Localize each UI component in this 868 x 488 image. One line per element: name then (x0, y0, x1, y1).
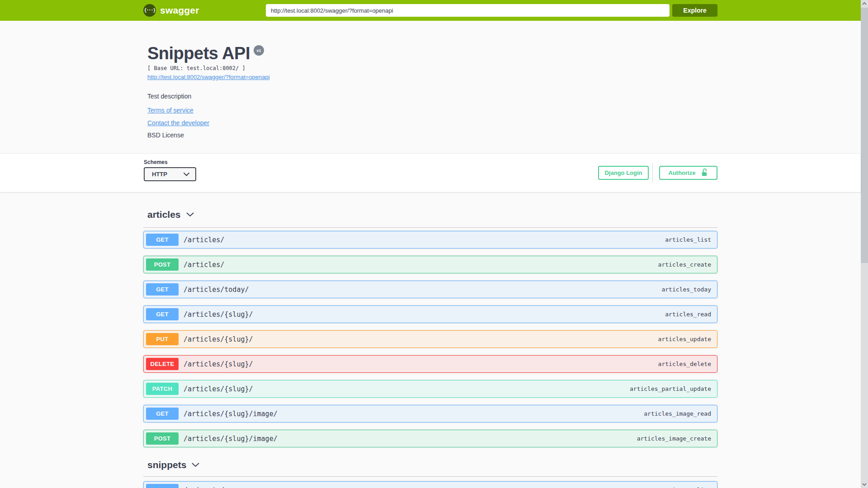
operation-row-articles-list[interactable]: GET /articles/ articles_list (143, 231, 717, 249)
method-badge: GET (146, 408, 179, 420)
operations-area: articles GET /articles/ articles_list PO… (143, 192, 717, 488)
scroll-up-icon[interactable] (861, 0, 868, 7)
chevron-down-icon (184, 173, 189, 176)
operation-path: /articles/ (184, 236, 224, 244)
operation-id: articles_create (658, 261, 711, 268)
scroll-down-icon[interactable] (861, 481, 868, 488)
operation-id: articles_update (658, 336, 711, 343)
chevron-down-icon (192, 463, 199, 467)
swagger-logo: {···} swagger (143, 4, 266, 17)
method-badge: GET (146, 308, 179, 320)
section-articles: articles GET /articles/ articles_list PO… (143, 192, 717, 447)
openapi-spec-link[interactable]: http://test.local:8002/swagger/?format=o… (147, 74, 270, 80)
method-badge: DELETE (146, 358, 179, 370)
operation-id: articles_delete (658, 361, 711, 367)
operation-path: /articles/{slug}/ (184, 385, 253, 393)
section-header-articles[interactable]: articles (143, 192, 717, 220)
info-section: Snippets API v1 [ Base URL: test.local:8… (0, 21, 861, 154)
method-badge: GET (146, 283, 179, 296)
operation-id: articles_list (665, 236, 711, 243)
operation-path: /articles/ (184, 261, 224, 269)
contact-developer-link[interactable]: Contact the developer (147, 119, 209, 127)
chevron-down-icon (186, 212, 194, 217)
section-title: articles (147, 209, 181, 220)
operation-row-articles-delete[interactable]: DELETE /articles/{slug}/ articles_delete (143, 355, 717, 373)
authorize-button[interactable]: Authorize (659, 166, 717, 180)
django-login-button[interactable]: Django Login (598, 166, 649, 180)
section-snippets: snippets GET /snippets/ snippets_list (143, 455, 717, 488)
lock-open-icon (701, 169, 708, 177)
operation-row-articles-partial-update[interactable]: PATCH /articles/{slug}/ articles_partial… (143, 380, 717, 398)
schemes-selected-value: HTTP (152, 171, 167, 178)
schemes-select[interactable]: HTTP (144, 167, 196, 181)
operation-path: /articles/today/ (184, 286, 249, 294)
operation-id: articles_image_read (644, 410, 711, 417)
swagger-logo-label: swagger (160, 5, 199, 16)
operation-path: /snippets/ (184, 486, 224, 488)
operation-row-articles-image-create[interactable]: POST /articles/{slug}/image/ articles_im… (143, 430, 717, 447)
operation-id: articles_read (665, 311, 711, 318)
method-badge: GET (146, 234, 179, 246)
operation-row-articles-today[interactable]: GET /articles/today/ articles_today (143, 281, 717, 298)
section-title: snippets (147, 460, 186, 470)
base-url-text: [ Base URL: test.local:8002/ ] (147, 65, 717, 71)
method-badge: POST (146, 258, 179, 271)
operation-row-articles-update[interactable]: PUT /articles/{slug}/ articles_update (143, 330, 717, 348)
method-badge: PUT (146, 333, 179, 345)
explore-button[interactable]: Explore (672, 4, 717, 17)
topbar: {···} swagger Explore (0, 0, 861, 21)
operation-path: /articles/{slug}/image/ (184, 435, 278, 443)
version-badge: v1 (254, 45, 264, 56)
operation-row-articles-read[interactable]: GET /articles/{slug}/ articles_read (143, 305, 717, 323)
operation-path: /articles/{slug}/ (184, 335, 253, 343)
scrollbar-thumb[interactable] (861, 8, 868, 263)
api-description: Test description (147, 93, 717, 100)
section-divider (143, 227, 717, 228)
swagger-ui-page: {···} swagger Explore Snippets API v1 [ … (0, 0, 861, 488)
api-url-input[interactable] (266, 4, 670, 17)
vertical-scrollbar[interactable] (861, 0, 868, 488)
operation-path: /articles/{slug}/ (184, 310, 253, 319)
operation-row-articles-create[interactable]: POST /articles/ articles_create (143, 256, 717, 273)
auth-wrapper: Django Login Authorize (598, 163, 717, 183)
swagger-logo-icon: {···} (143, 4, 156, 17)
scheme-container: Schemes HTTP Django Login Authorize (0, 154, 861, 192)
section-header-snippets[interactable]: snippets (143, 455, 717, 470)
method-badge: POST (146, 432, 179, 445)
operation-row-snippets-list[interactable]: GET /snippets/ snippets_list (143, 481, 717, 488)
schemes-label: Schemes (144, 159, 196, 165)
method-badge: GET (146, 484, 179, 488)
operation-id: articles_partial_update (630, 385, 711, 392)
download-url-form: Explore (266, 4, 717, 17)
method-badge: PATCH (146, 383, 179, 395)
authorize-button-label: Authorize (669, 169, 696, 176)
page-title: Snippets API (147, 44, 250, 62)
operation-id: articles_image_create (637, 435, 711, 442)
operation-path: /articles/{slug}/ (184, 360, 253, 368)
operation-path: /articles/{slug}/image/ (184, 410, 278, 418)
auth-divider (652, 163, 653, 183)
license-text: BSD License (147, 131, 717, 139)
section-divider (143, 476, 717, 477)
terms-of-service-link[interactable]: Terms of service (147, 107, 193, 114)
operation-row-articles-image-read[interactable]: GET /articles/{slug}/image/ articles_ima… (143, 405, 717, 422)
operation-id: articles_today (661, 286, 711, 293)
